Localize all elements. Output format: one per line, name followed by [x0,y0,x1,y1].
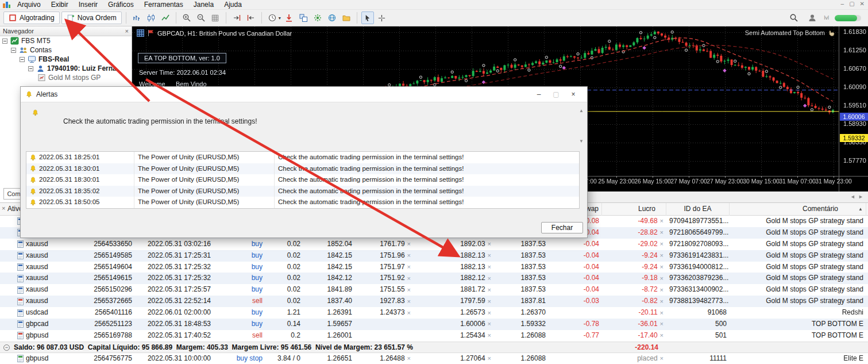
tile-windows-icon[interactable] [297,12,310,24]
price-scale-label[interactable]: 1.58930 [843,120,866,128]
expander-icon[interactable] [2,39,7,44]
close-x-icon[interactable]: × [660,321,663,327]
cursor-tool-icon[interactable] [361,12,374,24]
close-x-icon[interactable]: × [660,355,663,362]
trade-row[interactable]: xauusd25651495852022.05.31 17:25:31buy0.… [0,250,868,262]
close-x-icon[interactable]: × [660,264,663,270]
alert-row[interactable]: 2022.05.31 18:50:05 The Power of Unity (… [26,197,579,208]
time-scale-label[interactable]: 30 May 15:00 [743,178,780,185]
close-x-icon[interactable]: × [488,321,491,327]
message-scrollbar[interactable]: ▲ ▼ [579,108,584,144]
close-x-icon[interactable]: × [407,310,411,316]
close-x-icon[interactable]: × [660,298,663,305]
algotrading-button[interactable]: Algotrading [3,12,60,24]
menu-item-ajuda[interactable]: Ajuda [219,1,247,9]
search-icon[interactable] [788,12,800,24]
line-chart-icon[interactable] [159,12,172,24]
close-x-icon[interactable]: × [660,332,663,339]
trade-row[interactable]: xauusd25645336502022.05.31 03:02:16buy0.… [0,239,868,250]
time-scale-label[interactable]: 31 May 07:00 [779,178,816,185]
price-scale-label[interactable]: 1.61830 [843,28,866,36]
close-x-icon[interactable]: × [660,241,663,247]
zoom-in-icon[interactable] [180,12,193,24]
close-x-icon[interactable]: × [488,241,491,247]
navigator-item[interactable]: FBS MT5 [0,36,132,45]
column-header-ea-id[interactable]: ID do EA [666,203,730,216]
window-maximize-button[interactable]: ▢ [849,1,854,7]
menu-item-inserir[interactable]: Inserir [74,1,103,9]
depth-of-market-icon[interactable] [283,12,295,24]
zoom-out-icon[interactable] [195,12,207,24]
price-scale-label[interactable]: 1.60670 [843,65,866,72]
folder-icon[interactable] [340,12,353,24]
close-x-icon[interactable]: × [488,287,491,293]
scroll-down-icon[interactable]: ▼ [579,139,584,144]
shift-end-right-icon[interactable] [230,12,243,24]
close-x-icon[interactable]: × [407,298,411,305]
menu-item-exibir[interactable]: Exibir [46,1,74,9]
trade-row[interactable]: usdcad25654011162022.06.01 02:00:00buy1.… [0,307,868,319]
tab-scroll-right-icon[interactable]: ► [858,194,863,200]
crosshair-tool-icon[interactable] [376,12,388,24]
close-x-icon[interactable]: × [488,310,491,316]
time-scale-label[interactable]: 31 May 23:00 [815,178,852,185]
trade-row[interactable]: xauusd25651496042022.05.31 17:25:32buy0.… [0,262,868,273]
trade-row[interactable]: xauusd25653726652022.05.31 22:52:14sell0… [0,296,868,307]
menu-item-gráficos[interactable]: Gráficos [103,1,139,9]
close-x-icon[interactable]: × [407,252,411,259]
window-minimize-button[interactable]: – [841,1,844,7]
time-scale-label[interactable]: 27 May 07:00 [670,178,707,185]
alert-row[interactable]: 2022.05.31 18:25:01 The Power of Unity (… [26,152,579,163]
time-scale-label[interactable]: 27 May 23:00 [707,178,743,185]
alert-row[interactable]: 2022.05.31 18:35:02 The Power of Unity (… [26,186,579,197]
profile-icon[interactable] [806,12,819,24]
web-globe-icon[interactable] [326,12,338,24]
new-order-button[interactable]: Nova Ordem [61,12,122,24]
grid-icon[interactable] [209,12,222,24]
close-x-icon[interactable]: × [660,229,663,236]
collapse-icon[interactable]: − [3,344,10,351]
close-x-icon[interactable]: × [407,275,411,282]
shift-end-left-icon[interactable] [245,12,257,24]
close-x-icon[interactable]: × [660,218,663,224]
candlestick-chart-icon[interactable] [145,12,157,24]
trade-row[interactable]: gbpusd25647567752022.05.31 10:00:00buy s… [0,353,868,364]
fechar-button[interactable]: Fechar [541,222,583,233]
scroll-up-icon[interactable]: ▲ [579,108,584,113]
dialog-minimize-button[interactable]: – [530,90,547,98]
time-scale-label[interactable]: 25 May 23:00 [598,178,635,185]
close-x-icon[interactable]: × [660,310,663,316]
period-clock-icon[interactable] [266,12,279,24]
navigator-item[interactable]: FBS-Real [0,55,132,64]
bar-chart-icon[interactable] [130,12,143,24]
menu-item-arquivo[interactable]: Arquivo [12,1,46,9]
close-x-icon[interactable]: × [407,241,411,247]
alerts-dialog-titlebar[interactable]: Alertas – ▢ × [21,87,587,102]
alert-row[interactable]: 2022.05.31 18:30:01 The Power of Unity (… [26,163,579,175]
summary-row[interactable]: −Saldo: 96 087.03 USD Capital Líquido: 9… [0,342,868,353]
tab-scroll-left-icon[interactable]: ◄ [850,194,855,200]
close-x-icon[interactable]: × [660,252,663,259]
menu-item-janela[interactable]: Janela [188,1,219,9]
price-scale-label[interactable]: 1.59510 [843,102,866,109]
trade-row[interactable]: xauusd25651502962022.05.31 17:25:57buy0.… [0,284,868,296]
sort-asc-icon[interactable]: ▲ [858,206,863,212]
expander-icon[interactable] [11,48,16,53]
column-header-lucro[interactable]: Lucro [602,203,666,216]
expander-icon[interactable] [20,57,25,62]
navigator-item[interactable]: Gold M stops GP [0,73,132,82]
close-x-icon[interactable]: × [488,332,491,339]
settings-gear-icon[interactable] [311,12,324,24]
navigator-item[interactable]: Contas [0,45,132,55]
close-x-icon[interactable]: × [488,264,491,270]
window-close-button[interactable]: ✕ [860,1,865,7]
trade-row[interactable]: xauusd25651496152022.05.31 17:25:32buy0.… [0,273,868,284]
trade-row[interactable]: gbpusd25651697882022.05.31 17:40:52sell0… [0,330,868,342]
dialog-close-button[interactable]: × [565,90,582,98]
close-x-icon[interactable]: × [660,275,663,282]
navigator-close-button[interactable]: × [125,28,129,35]
trade-row[interactable]: gbpcad25652511232022.05.31 18:48:53buy0.… [0,319,868,330]
chevron-down-icon[interactable]: ▾ [279,16,281,21]
price-scale-label[interactable]: 1.61250 [843,47,866,54]
menu-item-ferramentas[interactable]: Ferramentas [139,1,188,9]
